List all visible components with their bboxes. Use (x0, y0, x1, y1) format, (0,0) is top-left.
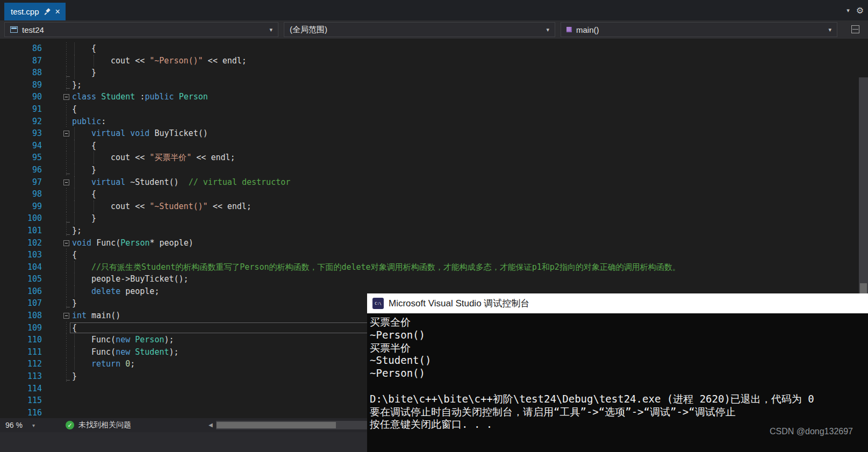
fold-collapse-icon[interactable] (61, 237, 72, 249)
code-line[interactable]: 96} (0, 164, 868, 176)
horizontal-scrollbar[interactable] (216, 421, 367, 429)
code-text: void Func(Person* people) (72, 237, 868, 249)
chevron-down-icon: ▾ (828, 26, 831, 33)
code-line[interactable]: 103{ (0, 249, 868, 261)
console-line: ~Person() (370, 329, 868, 342)
fold-margin (61, 225, 72, 237)
code-text: { (72, 140, 868, 152)
code-line[interactable]: 90class Student :public Person (0, 91, 868, 103)
fold-collapse-icon[interactable] (61, 310, 72, 322)
code-line[interactable]: 98{ (0, 188, 868, 200)
line-number: 102 (0, 237, 42, 249)
code-line[interactable]: 92public: (0, 116, 868, 128)
line-number: 116 (0, 407, 42, 419)
split-editor-icon[interactable] (851, 25, 859, 33)
code-line[interactable]: 89}; (0, 79, 868, 91)
line-number: 108 (0, 310, 42, 322)
code-line[interactable]: 93virtual void BuyTicket() (0, 127, 868, 140)
line-number: 95 (0, 152, 42, 164)
line-number: 88 (0, 67, 42, 79)
scope-dropdown[interactable]: (全局范围) ▾ (284, 22, 555, 37)
project-dropdown[interactable]: test24 ▾ (4, 22, 278, 37)
code-line[interactable]: 100} (0, 212, 868, 225)
pin-icon[interactable] (44, 8, 51, 15)
code-text: { (72, 249, 868, 261)
fold-margin (61, 273, 72, 285)
fold-collapse-icon[interactable] (61, 127, 72, 140)
code-line[interactable]: 94{ (0, 140, 868, 152)
line-number: 112 (0, 358, 42, 370)
code-line[interactable]: 99cout << "~Student()" << endl; (0, 200, 868, 213)
code-text: //只有派生类Student的析构函数重写了Person的析构函数，下面的del… (72, 261, 868, 274)
code-line[interactable]: 95cout << "买票半价" << endl; (0, 152, 868, 164)
tab-bar: test.cpp × ▾ ⚙ (0, 0, 868, 20)
line-number: 115 (0, 394, 42, 407)
code-text: class Student :public Person (72, 91, 868, 103)
line-number: 94 (0, 140, 42, 152)
code-line[interactable]: 105people->BuyTicket(); (0, 273, 868, 285)
code-line[interactable]: 91{ (0, 103, 868, 116)
code-text: } (72, 67, 868, 79)
project-dropdown-label: test24 (22, 25, 44, 34)
code-text: public: (72, 116, 868, 128)
method-icon (566, 27, 572, 32)
line-number: 89 (0, 79, 42, 91)
line-number: 104 (0, 261, 42, 274)
code-text: { (72, 103, 868, 116)
gear-icon[interactable]: ⚙ (856, 5, 864, 16)
fold-collapse-icon[interactable] (61, 91, 72, 103)
line-number: 107 (0, 297, 42, 310)
fold-margin (61, 297, 72, 310)
tab-test-cpp[interactable]: test.cpp × (4, 3, 66, 20)
line-number: 90 (0, 91, 42, 103)
scope-dropdown-label: (全局范围) (290, 25, 327, 35)
code-line[interactable]: 101}; (0, 225, 868, 237)
line-number: 92 (0, 116, 42, 128)
zoom-control[interactable]: 96 % ▾ (5, 418, 35, 432)
close-icon[interactable]: × (55, 8, 60, 16)
chevron-down-icon: ▾ (32, 422, 35, 428)
code-text: virtual ~Student() // virtual destructor (72, 176, 868, 189)
code-line[interactable]: 102void Func(Person* people) (0, 237, 868, 249)
line-number: 86 (0, 42, 42, 55)
member-dropdown[interactable]: main() ▾ (561, 22, 837, 37)
fold-margin (61, 55, 72, 67)
zoom-level: 96 % (5, 421, 23, 429)
scroll-left-arrow-icon[interactable]: ◀ (209, 422, 213, 428)
console-line: 买票半价 (370, 342, 868, 355)
fold-margin (61, 188, 72, 200)
line-number: 99 (0, 200, 42, 213)
fold-margin (61, 164, 72, 176)
fold-margin (61, 370, 72, 383)
console-line (370, 380, 868, 393)
code-line[interactable]: 104//只有派生类Student的析构函数重写了Person的析构函数，下面的… (0, 261, 868, 274)
code-line[interactable]: 88} (0, 67, 868, 79)
console-title-bar[interactable]: C:\ Microsoft Visual Studio 调试控制台 (367, 293, 868, 313)
fold-margin (61, 358, 72, 370)
line-number: 93 (0, 127, 42, 140)
line-number: 110 (0, 334, 42, 346)
fold-margin (61, 42, 72, 55)
console-line: D:\bite\c++\bite\c++初阶\test24\Debug\test… (370, 393, 868, 406)
fold-margin (61, 103, 72, 116)
fold-margin (61, 407, 72, 419)
horizontal-scrollbar-thumb[interactable] (217, 422, 336, 428)
code-line[interactable]: 97virtual ~Student() // virtual destruct… (0, 176, 868, 189)
console-title: Microsoft Visual Studio 调试控制台 (389, 297, 529, 310)
health-message: 未找到相关问题 (78, 420, 131, 430)
console-line: ~Person() (370, 367, 868, 380)
chevron-down-icon: ▾ (546, 26, 549, 33)
line-number: 105 (0, 273, 42, 285)
line-number: 96 (0, 164, 42, 176)
code-line[interactable]: 87cout << "~Person()" << endl; (0, 55, 868, 67)
chevron-down-icon[interactable]: ▾ (847, 7, 850, 14)
tab-bar-controls: ▾ ⚙ (847, 0, 864, 20)
fold-margin (61, 346, 72, 358)
code-line[interactable]: 86{ (0, 42, 868, 55)
fold-margin (61, 261, 72, 274)
chevron-down-icon: ▾ (269, 26, 272, 33)
code-health-indicator[interactable]: ✓ 未找到相关问题 (66, 418, 131, 432)
line-number: 106 (0, 285, 42, 298)
fold-margin (61, 334, 72, 346)
fold-collapse-icon[interactable] (61, 176, 72, 189)
